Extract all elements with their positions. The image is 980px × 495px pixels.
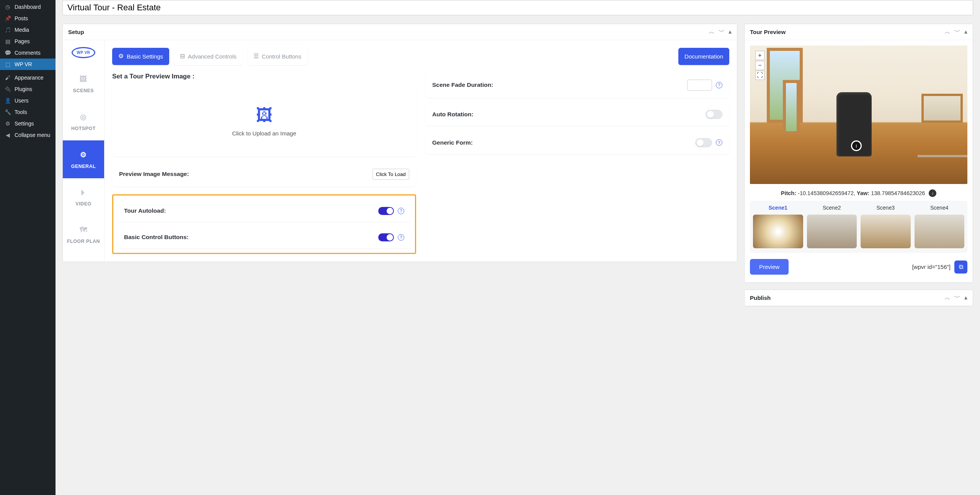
sidebar-item-pages[interactable]: ▤Pages <box>0 36 56 47</box>
tour-autoload-toggle[interactable] <box>378 207 394 215</box>
htab-basic-settings[interactable]: ⚙Basic Settings <box>112 48 169 65</box>
vtab-floorplan[interactable]: 🗺FLOOR PLAN <box>63 216 104 253</box>
sidebar-item-users[interactable]: 👤Users <box>0 95 56 106</box>
auto-rotation-row: Auto Rotation: <box>425 103 729 126</box>
sidebar-item-comments[interactable]: 💬Comments <box>0 47 56 59</box>
sidebar-item-settings[interactable]: ⚙Settings <box>0 118 56 129</box>
comment-icon: 💬 <box>4 50 11 56</box>
scene-label: Scene3 <box>861 205 911 211</box>
scene-thumb-3[interactable]: Scene3 <box>861 205 911 248</box>
sidebar-item-posts[interactable]: 📌Posts <box>0 13 56 24</box>
upload-text: Click to Upload an Image <box>232 130 296 137</box>
pitch-label: Pitch: <box>781 190 796 196</box>
vtab-video[interactable]: ⏵VIDEO <box>63 178 104 216</box>
pages-icon: ▤ <box>4 38 11 44</box>
htab-label: Control Buttons <box>262 53 301 60</box>
preview-message-label: Preview Image Message: <box>119 171 189 177</box>
vtab-label: FLOOR PLAN <box>67 239 100 244</box>
publish-panel-header: Publish ︿ ﹀ ▴ <box>745 290 973 306</box>
panel-toggle-icon[interactable]: ▴ <box>964 28 967 36</box>
scene-fade-row: Scene Fade Duration: ? <box>425 73 729 98</box>
sidebar-item-tools[interactable]: 🔧Tools <box>0 106 56 118</box>
tour-title-input[interactable] <box>62 0 973 15</box>
vertical-tabs: WP VR 🖼SCENES ◎HOTSPOT ⚙GENERAL ⏵VIDEO 🗺… <box>63 40 105 262</box>
documentation-button[interactable]: Documentation <box>678 48 729 65</box>
switches-icon: ⊟ <box>180 52 185 60</box>
scene-thumb-4[interactable]: Scene4 <box>915 205 965 248</box>
generic-form-label: Generic Form: <box>432 139 473 146</box>
upload-image-icon: 🖼 <box>256 106 273 125</box>
zoom-in-button[interactable]: + <box>755 51 764 60</box>
preview-panel-title: Tour Preview <box>750 29 786 35</box>
zoom-out-button[interactable]: − <box>755 61 764 70</box>
vtab-hotspot[interactable]: ◎HOTSPOT <box>63 103 104 140</box>
sidebar-item-media[interactable]: 🎵Media <box>0 24 56 36</box>
sidebar-item-appearance[interactable]: 🖌Appearance <box>0 72 56 83</box>
auto-rotation-toggle[interactable] <box>706 110 722 119</box>
download-coords-button[interactable]: ↓ <box>929 189 936 197</box>
sidebar-label: Settings <box>15 120 34 127</box>
map-icon: 🗺 <box>80 226 87 234</box>
help-icon[interactable]: ? <box>398 234 404 241</box>
setup-panel-header: Setup ︿ ﹀ ▴ <box>63 24 737 40</box>
panel-toggle-icon[interactable]: ▴ <box>728 28 732 36</box>
panel-up-icon[interactable]: ︿ <box>944 28 951 36</box>
sidebar-label: Dashboard <box>15 4 41 10</box>
vtab-label: VIDEO <box>75 201 91 207</box>
plug-icon: 🔌 <box>4 86 11 92</box>
sidebar-item-dashboard[interactable]: ◷Dashboard <box>0 1 56 13</box>
scene-thumbnails: Scene1 Scene2 Scene3 Scene4 <box>750 201 967 253</box>
wpvr-logo-tab: WP VR <box>63 40 104 65</box>
scene-thumb-image <box>807 215 857 248</box>
scene-thumb-image <box>915 215 965 248</box>
pin-icon: 📌 <box>4 15 11 21</box>
vtab-label: HOTSPOT <box>71 126 96 131</box>
help-icon[interactable]: ? <box>716 139 722 146</box>
panel-down-icon[interactable]: ﹀ <box>719 28 725 36</box>
panel-up-icon[interactable]: ︿ <box>944 294 951 302</box>
basic-control-buttons-toggle[interactable] <box>378 233 394 241</box>
wrench-icon: 🔧 <box>4 109 11 115</box>
image-icon: 🖼 <box>80 75 87 83</box>
panel-down-icon[interactable]: ﹀ <box>954 294 960 302</box>
htab-control-buttons[interactable]: ☰Control Buttons <box>247 48 307 65</box>
fullscreen-button[interactable]: ⛶ <box>755 71 764 80</box>
preview-message-input[interactable] <box>372 169 409 180</box>
generic-form-toggle[interactable] <box>695 138 712 147</box>
panel-down-icon[interactable]: ﹀ <box>954 28 960 36</box>
preview-panel-header: Tour Preview ︿ ﹀ ▴ <box>745 24 973 40</box>
scene-fade-input[interactable] <box>687 80 712 91</box>
hotspot-marker[interactable]: i <box>851 140 862 151</box>
panorama-viewer[interactable]: i + − ⛶ <box>750 46 967 184</box>
collapse-icon: ◀ <box>4 132 11 138</box>
wpvr-logo: WP VR <box>72 47 95 58</box>
setup-panel-title: Setup <box>68 29 84 35</box>
vtab-general[interactable]: ⚙GENERAL <box>63 140 104 178</box>
pano-table <box>918 155 967 157</box>
help-icon[interactable]: ? <box>398 208 404 214</box>
sidebar-item-collapse[interactable]: ◀Collapse menu <box>0 129 56 141</box>
scene-label: Scene4 <box>915 205 965 211</box>
upload-preview-image[interactable]: 🖼 Click to Upload an Image <box>112 86 416 156</box>
vtab-scenes[interactable]: 🖼SCENES <box>63 65 104 103</box>
copy-shortcode-button[interactable]: ⧉ <box>954 261 967 274</box>
pano-mirror <box>921 94 963 123</box>
scene-thumb-image <box>861 215 911 248</box>
sidebar-item-plugins[interactable]: 🔌Plugins <box>0 83 56 95</box>
panel-up-icon[interactable]: ︿ <box>709 28 715 36</box>
preview-button[interactable]: Preview <box>750 259 789 275</box>
panel-toggle-icon[interactable]: ▴ <box>964 294 967 302</box>
htab-advanced-controls[interactable]: ⊟Advanced Controls <box>174 48 243 65</box>
scene-thumb-2[interactable]: Scene2 <box>807 205 857 248</box>
scene-fade-label: Scene Fade Duration: <box>432 81 493 88</box>
media-icon: 🎵 <box>4 27 11 33</box>
scene-thumb-1[interactable]: Scene1 <box>753 205 803 248</box>
preview-message-row: Preview Image Message: <box>112 162 416 187</box>
help-icon[interactable]: ? <box>716 82 722 88</box>
sidebar-label: Users <box>15 98 29 104</box>
sidebar-item-wpvr[interactable]: ⬚WP VR <box>0 59 56 70</box>
sidebar-label: Media <box>15 27 29 33</box>
vr-icon: ⬚ <box>4 61 11 67</box>
sidebar-label: Comments <box>15 50 41 56</box>
scene-label: Scene2 <box>807 205 857 211</box>
